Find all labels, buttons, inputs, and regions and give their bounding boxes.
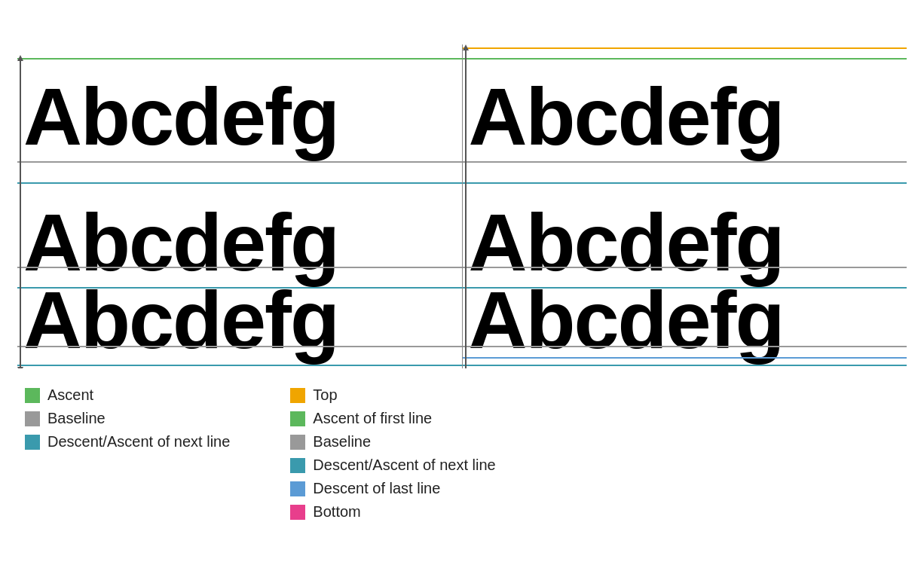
legend-label-2: Descent/Ascent of next line (47, 433, 230, 450)
left-legend: AscentBaselineDescent/Ascent of next lin… (25, 386, 230, 521)
baseline-line-right-3 (463, 346, 907, 347)
right-arrow-top (463, 44, 469, 50)
descent-ascent-left-2 (17, 287, 462, 289)
legend-swatch-0 (25, 388, 40, 403)
baseline-line-left-1 (17, 161, 462, 163)
legend-swatch-0 (290, 388, 305, 403)
legend-item-4: Descent of last line (290, 480, 495, 497)
right-arrow-vertical (465, 47, 467, 368)
legend-item-5: Bottom (290, 503, 495, 521)
baseline-line-left-3 (17, 346, 462, 347)
legend-swatch-3 (290, 458, 305, 473)
abcdefg-text-2: Abcdefg (469, 279, 784, 361)
legend-label-0: Ascent (47, 386, 93, 404)
ascent-first-line (463, 58, 907, 60)
arrow-bottom (17, 367, 23, 368)
descent-ascent-left-3 (17, 365, 462, 366)
legend-item-1: Baseline (25, 410, 230, 427)
legend-swatch-5 (290, 505, 305, 520)
right-legend: TopAscent of first lineBaselineDescent/A… (290, 386, 495, 521)
ascent-line-left (17, 58, 462, 60)
abcdefg-text-0: Abcdefg (23, 76, 338, 157)
abcdefg-text-2: Abcdefg (23, 279, 338, 361)
legends-row: AscentBaselineDescent/Ascent of next lin… (17, 386, 907, 521)
descent-last-line (463, 357, 907, 359)
legend-item-0: Ascent (25, 386, 230, 404)
abcdefg-text-0: Abcdefg (469, 76, 784, 157)
legend-item-2: Baseline (290, 433, 495, 450)
arrow-top (17, 55, 23, 61)
legend-swatch-1 (25, 411, 40, 426)
legend-label-1: Baseline (47, 410, 106, 427)
legend-label-4: Descent of last line (313, 480, 440, 497)
legend-item-0: Top (290, 386, 495, 404)
legend-item-1: Ascent of first line (290, 410, 495, 427)
text-row-0: Abcdefg (23, 58, 462, 163)
arrow-vertical (20, 58, 21, 367)
legend-label-2: Baseline (313, 433, 371, 450)
legend-label-0: Top (313, 386, 337, 404)
legend-label-1: Ascent of first line (313, 410, 432, 427)
legend-item-2: Descent/Ascent of next line (25, 433, 230, 450)
legend-item-3: Descent/Ascent of next line (290, 457, 495, 474)
text-row-2: Abcdefg (469, 287, 907, 367)
legend-swatch-1 (290, 411, 305, 426)
baseline-line-left-2 (17, 267, 462, 268)
descent-ascent-left-1 (17, 182, 462, 184)
top-line (463, 47, 907, 49)
text-row-0: Abcdefg (469, 58, 907, 163)
descent-ascent-right-2 (463, 287, 907, 289)
baseline-line-right-2 (463, 267, 907, 268)
diagrams-row: AbcdefgAbcdefgAbcdefg AbcdefgAbcdefgAbcd… (17, 44, 907, 368)
right-diagram: AbcdefgAbcdefgAbcdefg (463, 44, 907, 368)
legend-swatch-4 (290, 481, 305, 496)
text-row-2: Abcdefg (23, 287, 462, 367)
legend-label-3: Descent/Ascent of next line (313, 457, 495, 474)
abcdefg-text-1: Abcdefg (469, 202, 784, 283)
text-row-1: Abcdefg (469, 182, 907, 289)
descent-ascent-right-1 (463, 182, 907, 184)
main-container: AbcdefgAbcdefgAbcdefg AbcdefgAbcdefgAbcd… (17, 44, 907, 521)
legend-swatch-2 (290, 435, 305, 450)
abcdefg-text-1: Abcdefg (23, 202, 338, 283)
legend-label-5: Bottom (313, 503, 360, 521)
text-row-1: Abcdefg (23, 182, 462, 289)
descent-ascent-right-3 (463, 365, 907, 366)
baseline-line-right-1 (463, 161, 907, 163)
left-diagram: AbcdefgAbcdefgAbcdefg (17, 44, 463, 368)
legend-swatch-2 (25, 435, 40, 450)
